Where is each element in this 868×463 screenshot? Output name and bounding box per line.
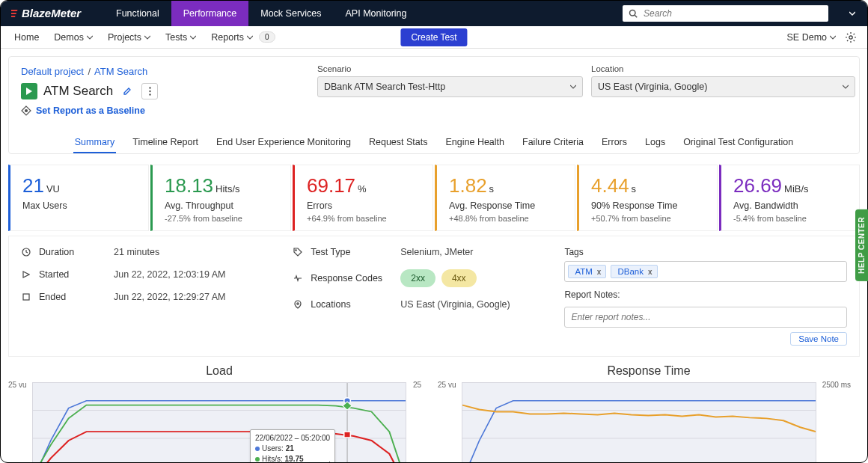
tab-request-stats[interactable]: Request Stats — [367, 132, 430, 153]
tab-timeline[interactable]: Timeline Report — [131, 132, 200, 153]
svg-rect-21 — [344, 432, 351, 438]
metric-bar: 21VUMax Users 18.13Hits/sAvg. Throughput… — [8, 165, 860, 231]
load-chart: Load 25 vu 25 — [16, 361, 423, 463]
nav-mock-services[interactable]: Mock Services — [248, 1, 333, 26]
play-outline-icon — [21, 269, 31, 280]
rt-chart-title: Response Time — [445, 364, 852, 378]
metric-bandwidth: 26.69MiB/sAvg. Bandwidth-5.4% from basel… — [719, 165, 860, 231]
svg-point-7 — [149, 87, 150, 88]
account-dropdown[interactable]: SE Demo — [784, 26, 840, 49]
more-options-button[interactable] — [141, 83, 158, 99]
report-notes-input[interactable] — [564, 307, 847, 328]
tag-remove-button[interactable]: x — [648, 268, 652, 276]
tags-input[interactable]: ATMx DBankx — [564, 261, 847, 282]
chevron-down-icon — [849, 10, 855, 16]
svg-point-14 — [297, 303, 299, 304]
set-baseline-link[interactable]: Set Report as a Baseline — [36, 105, 145, 116]
y-axis-right: 2500 ms — [822, 381, 851, 389]
svg-rect-1 — [11, 13, 16, 14]
kebab-icon — [149, 87, 151, 96]
metric-90-rt: 4.44s90% Response Time+50.7% from baseli… — [577, 165, 718, 231]
location-pin-icon — [293, 299, 303, 310]
chart-tooltip: 22/06/2022 – 05:20:00 Users: 21 Hits/s: … — [250, 429, 335, 463]
svg-point-8 — [149, 91, 150, 92]
svg-line-5 — [635, 15, 637, 17]
tab-errors[interactable]: Errors — [600, 132, 629, 153]
nav-api-monitoring[interactable]: API Monitoring — [334, 1, 419, 26]
tag-dbank: DBankx — [611, 265, 657, 278]
y-axis-right: 25 — [413, 381, 421, 389]
breadcrumb-project[interactable]: Default project — [21, 66, 84, 77]
clock-icon — [21, 247, 31, 257]
chevron-down-icon — [830, 34, 836, 40]
nav-projects[interactable]: Projects — [100, 26, 158, 49]
user-menu-caret[interactable] — [843, 1, 861, 26]
chevron-down-icon — [247, 34, 253, 40]
tab-engine-health[interactable]: Engine Health — [444, 132, 507, 153]
load-plot[interactable]: 22/06/2022 – 05:20:00 Users: 21 Hits/s: … — [32, 382, 406, 463]
nav-functional[interactable]: Functional — [104, 1, 171, 26]
stop-icon — [21, 292, 31, 302]
svg-point-9 — [149, 93, 150, 95]
location-dropdown[interactable]: US East (Virginia, Google) — [591, 76, 855, 97]
svg-rect-12 — [23, 294, 29, 300]
tag-icon — [293, 247, 303, 257]
search-box[interactable] — [623, 5, 828, 22]
nav-performance[interactable]: Performance — [171, 1, 249, 26]
notes-label: Report Notes: — [564, 289, 847, 300]
tab-original-config[interactable]: Original Test Configuration — [682, 132, 795, 153]
tab-eux[interactable]: End User Experience Monitoring — [215, 132, 352, 153]
svg-point-6 — [849, 35, 852, 38]
save-note-button[interactable]: Save Note — [790, 332, 847, 346]
chevron-down-icon — [190, 34, 196, 40]
breadcrumb-test[interactable]: ATM Search — [94, 66, 147, 77]
gear-icon[interactable] — [845, 31, 857, 43]
tab-failure-criteria[interactable]: Failure Criteria — [521, 132, 585, 153]
tab-logs[interactable]: Logs — [644, 132, 667, 153]
test-type-value: Selenium, JMeter — [400, 247, 473, 257]
summary-info: Duration21 minutes StartedJun 22, 2022, … — [8, 236, 860, 357]
y-axis-left: 25 vu — [8, 381, 26, 389]
edit-title-button[interactable] — [119, 83, 135, 99]
top-nav: BlazeMeter Functional Performance Mock S… — [1, 1, 867, 26]
response-code-chips: 2xx 4xx — [400, 269, 476, 287]
scenario-dropdown[interactable]: DBank ATM Search Test-Http — [317, 76, 583, 97]
tag-atm: ATMx — [568, 265, 606, 278]
metric-errors: 69.17%Errors+64.9% from baseline — [293, 165, 433, 231]
tag-remove-button[interactable]: x — [597, 268, 602, 276]
locations-value: US East (Virginia, Google) — [400, 299, 510, 310]
nav-home[interactable]: Home — [7, 26, 46, 49]
search-input[interactable] — [642, 7, 822, 19]
tags-label: Tags — [564, 247, 847, 257]
tab-summary[interactable]: Summary — [73, 132, 116, 153]
brand-logo[interactable]: BlazeMeter — [1, 7, 104, 20]
chip-4xx[interactable]: 4xx — [441, 269, 477, 287]
nav-demos[interactable]: Demos — [46, 26, 100, 49]
svg-rect-2 — [11, 16, 16, 17]
play-icon — [25, 88, 33, 95]
help-center-tab[interactable]: HELP CENTER — [855, 209, 868, 281]
nav-reports[interactable]: Reports0 — [204, 26, 282, 49]
svg-rect-0 — [11, 10, 18, 11]
svg-marker-20 — [343, 402, 352, 410]
run-test-button[interactable] — [21, 83, 37, 99]
duration-value: 21 minutes — [114, 247, 159, 257]
search-icon — [629, 9, 638, 18]
create-test-button[interactable]: Create Test — [400, 28, 467, 46]
metric-avg-rt: 1.82sAvg. Response Time+48.8% from basel… — [435, 165, 575, 231]
nav-tests[interactable]: Tests — [158, 26, 204, 49]
metric-max-users: 21VUMax Users — [8, 165, 149, 231]
chevron-down-icon — [87, 34, 93, 40]
svg-point-4 — [630, 10, 636, 16]
rt-plot[interactable] — [462, 382, 816, 463]
chevron-down-icon — [570, 84, 576, 90]
pencil-icon — [123, 87, 132, 96]
svg-point-10 — [25, 110, 28, 112]
page-title: ATM Search — [43, 84, 113, 99]
chevron-down-icon — [144, 34, 150, 40]
baseline-icon — [21, 105, 31, 116]
reports-count-badge: 0 — [259, 31, 275, 43]
metric-throughput: 18.13Hits/sAvg. Throughput-27.5% from ba… — [150, 165, 291, 231]
response-time-chart: Response Time 25 vu 2500 ms — [445, 361, 852, 463]
chip-2xx[interactable]: 2xx — [400, 269, 435, 287]
